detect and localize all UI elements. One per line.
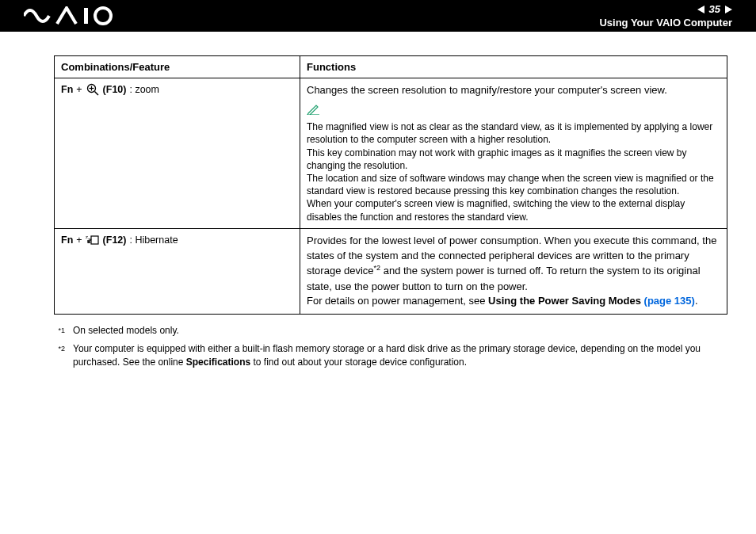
page-number: 35 — [709, 3, 720, 15]
svg-point-1 — [95, 8, 111, 24]
header-bar: 35 Using Your VAIO Computer — [0, 0, 756, 32]
table-row: Fn + (F10) : zoom Changes the — [55, 78, 727, 229]
function-link-line: For details on power management, see Usi… — [307, 294, 720, 309]
section-title: Using Your VAIO Computer — [599, 17, 732, 29]
svg-rect-9 — [91, 236, 98, 244]
footnote-1: *1 On selected models only. — [54, 324, 727, 338]
page-body: Combinations/Feature Functions Fn + — [0, 32, 756, 369]
hibernate-icon: z z — [86, 234, 100, 246]
footnote-ref-2: *2 — [374, 264, 381, 272]
footnote-marker: *2 — [54, 342, 65, 354]
magnify-icon — [86, 83, 100, 96]
svg-rect-0 — [84, 8, 88, 24]
next-page-icon[interactable] — [725, 6, 732, 13]
page-link-135[interactable]: (page 135) — [644, 295, 695, 307]
footnote-text: Your computer is equipped with either a … — [73, 342, 727, 369]
feature-table: Combinations/Feature Functions Fn + — [54, 55, 727, 315]
table-header-functions: Functions — [300, 56, 727, 78]
header-right: 35 Using Your VAIO Computer — [599, 3, 732, 29]
combination-f12: Fn + z z (F12) : Hibernate — [61, 234, 293, 246]
svg-line-3 — [94, 92, 98, 96]
function-description: Provides for the lowest level of power c… — [307, 234, 720, 295]
vaio-logo — [24, 6, 127, 25]
page-navigation: 35 — [599, 3, 732, 15]
footnotes: *1 On selected models only. *2 Your comp… — [54, 324, 727, 368]
footnote-text: On selected models only. — [73, 324, 727, 338]
combination-f10: Fn + (F10) : zoom — [61, 83, 293, 96]
table-header-combinations: Combinations/Feature — [55, 56, 300, 78]
footnote-2: *2 Your computer is equipped with either… — [54, 342, 727, 369]
function-description: Changes the screen resolution to magnify… — [307, 83, 720, 97]
prev-page-icon[interactable] — [697, 6, 704, 13]
note-icon — [307, 104, 720, 117]
footnote-marker: *1 — [54, 324, 65, 336]
table-row: Fn + z z (F12) : Hibernate — [55, 228, 727, 315]
function-note: The magnified view is not as clear as th… — [307, 120, 720, 223]
